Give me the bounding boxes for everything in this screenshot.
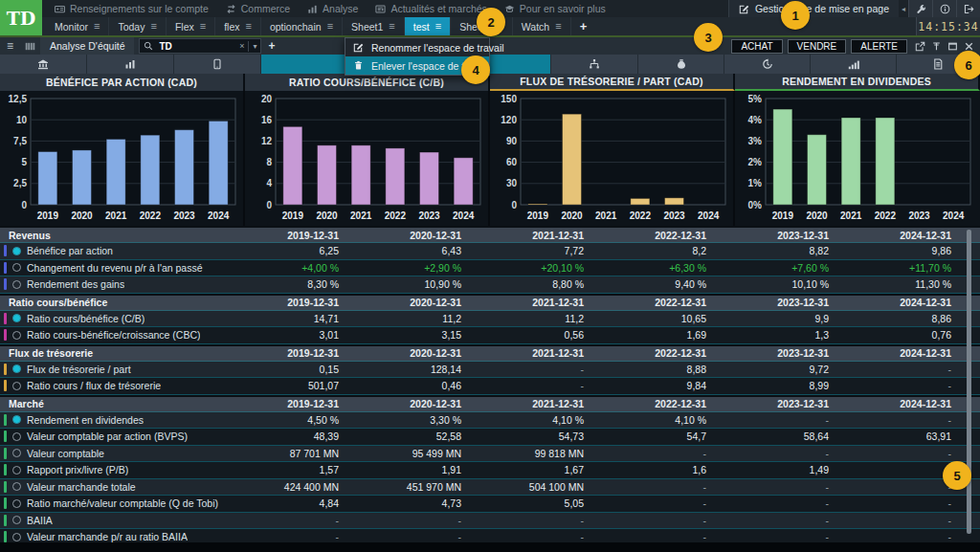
nav-item-renseignements-sur-le-compte[interactable]: Renseignements sur le compte [46, 0, 217, 17]
add-workspace-button[interactable]: + [571, 17, 596, 35]
add-view-button[interactable]: + [268, 39, 275, 53]
toolbar-button-stats[interactable] [87, 55, 174, 74]
tab-menu-icon[interactable]: ≡ [555, 21, 561, 32]
table-row-rapport-prix-livre-p-b[interactable]: Rapport prix/livre (P/B)1,571,911,671,61… [0, 462, 980, 479]
clear-search-icon[interactable]: × [239, 41, 244, 51]
row-accent-bar [4, 329, 7, 341]
workspace-tab-watch[interactable]: Watch≡ [513, 17, 571, 35]
workspace-tab-sheet1[interactable]: Sheet1≡ [343, 17, 405, 35]
workspace-tab-flex[interactable]: flex≡ [215, 17, 261, 35]
svg-text:8: 8 [266, 157, 272, 167]
collapse-left-icon[interactable]: ◂ [899, 5, 908, 13]
radio-icon[interactable] [12, 466, 21, 475]
table-row-changement-du-revenu-p-r-a-l-an-passe[interactable]: Changement du revenu p/r à l'an passé+4,… [0, 260, 980, 277]
radio-icon[interactable] [12, 331, 21, 340]
table-row-valeur-comptable-par-action-bvps[interactable]: Valeur comptable par action (BVPS)48,395… [0, 429, 980, 446]
tab-menu-icon[interactable]: ≡ [327, 21, 333, 32]
radio-icon[interactable] [12, 516, 21, 524]
metric-label: Rapport prix/livre (P/B) [27, 464, 128, 475]
metrics-table: Revenus2019-12-312020-12-312021-12-31202… [0, 226, 980, 546]
table-row-benefice-par-action[interactable]: Bénéfice par action6,256,437,728,28,829,… [0, 243, 980, 260]
date-column-header: 2022-12-31 [593, 398, 716, 409]
svg-text:10: 10 [16, 115, 28, 125]
symbol-search-input[interactable] [157, 40, 235, 53]
svg-text:2%: 2% [748, 157, 763, 167]
tab-menu-icon[interactable]: ≡ [200, 21, 206, 32]
tab-menu-icon[interactable]: ≡ [94, 21, 100, 32]
tab-menu-icon[interactable]: ≡ [150, 21, 156, 32]
toolbar-button-tablet[interactable] [174, 55, 261, 74]
achat-button[interactable]: ACHAT [731, 39, 782, 54]
workspace-tab-flex[interactable]: Flex≡ [167, 17, 215, 35]
value-cell: 1,49 [716, 464, 838, 475]
alerte-button[interactable]: ALERTE [851, 39, 907, 54]
workspace-tab-monitor[interactable]: Monitor≡ [46, 17, 109, 35]
value-cell: +7,60 % [716, 262, 838, 274]
layout-manager-button[interactable]: Gestionnaire de mise en page [728, 0, 899, 17]
open-in-new-icon [915, 41, 925, 52]
radio-icon[interactable] [12, 263, 21, 272]
radio-icon[interactable] [12, 432, 21, 441]
search-dropdown-icon[interactable]: ▾ [253, 42, 256, 51]
maximize-button[interactable] [945, 38, 961, 54]
table-row-ratio-cours-flux-de-tresorerie[interactable]: Ratio cours / flux de trésorerie501,070,… [0, 378, 980, 395]
radio-icon[interactable] [12, 280, 21, 289]
workspace-tab-label: flex [224, 21, 239, 33]
tab-menu-icon[interactable]: ≡ [246, 21, 252, 32]
table-row-rendement-en-dividendes[interactable]: Rendement en dividendes4,50 %3,30 %4,10 … [0, 412, 980, 430]
table-row-valeur-marchande-totale[interactable]: Valeur marchande totale424 400 MN451 970… [0, 479, 980, 497]
layout-grid-icon[interactable] [20, 41, 40, 52]
tab-menu-icon[interactable]: ≡ [389, 21, 394, 32]
date-column-header: 2019-12-31 [226, 347, 348, 359]
nav-item-actualites-et-marches[interactable]: Actualités et marchés [367, 0, 495, 17]
nav-item-pour-en-savoir-plus[interactable]: Pour en savoir plus [496, 0, 614, 17]
svg-text:2024: 2024 [943, 210, 965, 221]
workspace-tab-today[interactable]: Today≡ [109, 17, 166, 35]
date-column-header: 2019-12-31 [226, 297, 348, 308]
radio-icon[interactable] [12, 533, 21, 541]
pin-button[interactable] [928, 38, 945, 54]
radio-icon[interactable] [12, 449, 21, 457]
vendre-button[interactable]: VENDRE [788, 39, 847, 54]
date-column-header: 2021-12-31 [471, 297, 593, 308]
radio-selected-icon[interactable] [12, 415, 21, 424]
table-row-rendement-des-gains[interactable]: Rendement des gains8,30 %10,90 %8,80 %9,… [0, 276, 980, 294]
radio-selected-icon[interactable] [12, 364, 21, 373]
metric-label: Bénéfice par action [27, 245, 113, 256]
sheet-tab-equity-analysis[interactable]: Analyse D'équité [40, 37, 134, 55]
td-logo[interactable]: TD [0, 0, 42, 35]
workspace-tab-optionchain[interactable]: optionchain≡ [261, 17, 343, 35]
table-scrollbar[interactable] [967, 230, 971, 534]
toolbar-button-history[interactable] [724, 55, 811, 74]
table-row-valeur-comptable[interactable]: Valeur comptable87 701 MN95 499 MN99 818… [0, 446, 980, 463]
radio-icon[interactable] [12, 382, 21, 390]
table-row-flux-de-tresorerie-part[interactable]: Flux de trésorerie / part0,15128,14-8,88… [0, 362, 980, 379]
toolbar-button-signal[interactable] [811, 55, 897, 74]
row-accent-bar [4, 531, 7, 542]
radio-icon[interactable] [12, 482, 21, 491]
table-row-ratio-cours-benefice-croissance-cbc[interactable]: Ratio cours-bénéfice/croissance (CBC)3,0… [0, 327, 980, 344]
radio-selected-icon[interactable] [12, 314, 21, 322]
svg-text:12,5: 12,5 [9, 94, 28, 104]
date-column-header: 2020-12-31 [348, 297, 471, 308]
table-row-ratio-marche-valeur-comptable-q-de-tobi[interactable]: Ratio marché/valeur comptable (Q de Tobi… [0, 496, 980, 513]
toolbar-button-org-chart[interactable] [551, 55, 638, 74]
nav-item-commerce[interactable]: Commerce [217, 0, 299, 17]
utility-button-wrench[interactable] [908, 0, 932, 17]
row-accent-bar [4, 481, 7, 493]
utility-button-sign-out[interactable] [956, 0, 980, 17]
tab-menu-icon[interactable]: ≡ [435, 21, 441, 32]
table-row-ratio-cours-benefice-c-b[interactable]: Ratio cours/bénéfice (C/B)14,7111,211,21… [0, 311, 980, 328]
table-row-baiia[interactable]: BAIIA------ [0, 513, 980, 530]
sheet-menu-icon[interactable]: ≡ [0, 39, 20, 53]
svg-text:60: 60 [506, 157, 518, 167]
toolbar-button-money-bag[interactable] [638, 55, 724, 74]
radio-icon[interactable] [12, 499, 21, 508]
workspace-tab-test[interactable]: test≡ [405, 17, 451, 35]
open-in-new-button[interactable] [912, 38, 928, 54]
radio-selected-icon[interactable] [12, 247, 21, 255]
utility-button-info[interactable] [932, 0, 956, 17]
toolbar-button-bank[interactable] [0, 55, 87, 74]
nav-item-analyse[interactable]: Analyse [299, 0, 367, 17]
context-menu-item-renommer-l-espace-de-travail[interactable]: Renommer l'espace de travail [345, 38, 489, 56]
